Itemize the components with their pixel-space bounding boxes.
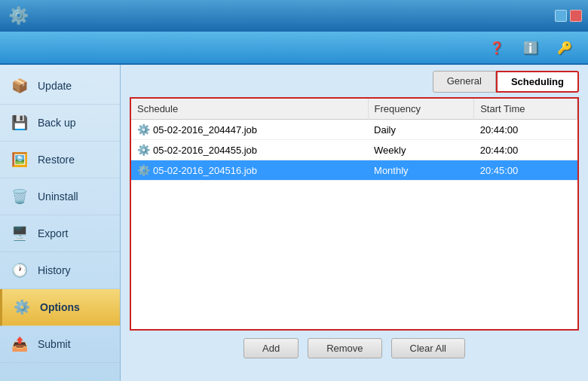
sidebar-label-export: Export — [38, 227, 68, 239]
submit-icon: 📤 — [9, 334, 30, 355]
clear-all-button[interactable]: Clear All — [391, 338, 465, 358]
sidebar-item-history[interactable]: 🕐 History — [0, 252, 120, 289]
options-icon: ⚙️ — [11, 297, 32, 318]
schedule-table-container: ScheduleFrequencyStart Time ⚙️05-02-2016… — [130, 97, 579, 331]
row-1-frequency: Weekly — [368, 140, 474, 160]
row-0-starttime: 20:44:00 — [474, 120, 577, 140]
export-icon: 🖥️ — [9, 223, 30, 244]
update-icon: 📦 — [9, 75, 30, 96]
row-2-schedule: ⚙️05-02-2016_204516.job — [131, 160, 368, 181]
sidebar-label-uninstall: Uninstall — [38, 190, 78, 203]
backup-icon: 💾 — [9, 112, 30, 133]
register-nav-item[interactable]: 🔑 — [557, 40, 576, 55]
top-nav: ❓ ℹ️ 🔑 — [0, 32, 588, 65]
sidebar-item-restore[interactable]: 🖼️ Restore — [0, 142, 120, 178]
main-layout: 📦 Update 💾 Back up 🖼️ Restore 🗑️ Uninsta… — [0, 65, 588, 381]
title-left: ⚙️ — [6, 4, 38, 28]
tab-bar: GeneralScheduling — [130, 71, 579, 93]
sidebar-item-export[interactable]: 🖥️ Export — [0, 215, 120, 252]
row-0-schedule: ⚙️05-02-2016_204447.job — [131, 120, 368, 140]
table-body: ⚙️05-02-2016_204447.jobDaily20:44:00⚙️05… — [131, 120, 577, 181]
minimize-button[interactable] — [555, 10, 567, 22]
close-button[interactable] — [570, 10, 582, 22]
col-header-schedule: Schedule — [131, 99, 368, 120]
row-1-starttime: 20:44:00 — [474, 140, 577, 160]
sidebar-label-history: History — [38, 264, 71, 276]
content-area: GeneralScheduling ScheduleFrequencyStart… — [121, 65, 588, 381]
register-icon: 🔑 — [557, 40, 572, 55]
app-icon: ⚙️ — [6, 4, 30, 28]
remove-button[interactable]: Remove — [308, 338, 381, 358]
schedule-table: ScheduleFrequencyStart Time ⚙️05-02-2016… — [131, 99, 577, 181]
col-header-startTime: Start Time — [474, 99, 577, 120]
add-button[interactable]: Add — [243, 338, 299, 358]
table-header: ScheduleFrequencyStart Time — [131, 99, 577, 120]
sidebar-item-update[interactable]: 📦 Update — [0, 68, 120, 105]
tab-scheduling[interactable]: Scheduling — [496, 71, 579, 93]
sidebar-label-restore: Restore — [38, 154, 75, 166]
help-nav-item[interactable]: ❓ — [489, 40, 508, 55]
table-row[interactable]: ⚙️05-02-2016_204447.jobDaily20:44:00 — [131, 120, 577, 140]
col-header-frequency: Frequency — [368, 99, 474, 120]
history-icon: 🕐 — [9, 260, 30, 281]
tab-general[interactable]: General — [433, 71, 496, 93]
title-bar: ⚙️ — [0, 0, 588, 32]
row-2-frequency: Monthly — [368, 160, 474, 181]
table-row[interactable]: ⚙️05-02-2016_204455.jobWeekly20:44:00 — [131, 140, 577, 160]
table-row[interactable]: ⚙️05-02-2016_204516.jobMonthly20:45:00 — [131, 160, 577, 181]
row-2-starttime: 20:45:00 — [474, 160, 577, 181]
sidebar-label-options: Options — [40, 301, 80, 313]
sidebar-item-uninstall[interactable]: 🗑️ Uninstall — [0, 178, 120, 215]
uninstall-icon: 🗑️ — [9, 186, 30, 207]
help-icon: ❓ — [489, 40, 504, 55]
bottom-buttons: Add Remove Clear All — [130, 338, 579, 358]
sidebar-item-submit[interactable]: 📤 Submit — [0, 326, 120, 363]
window-controls — [555, 10, 582, 22]
sidebar-item-options[interactable]: ⚙️ Options — [0, 289, 120, 326]
sidebar-label-update: Update — [38, 80, 72, 92]
restore-icon: 🖼️ — [9, 149, 30, 170]
sidebar-label-backup: Back up — [38, 117, 76, 129]
sidebar: 📦 Update 💾 Back up 🖼️ Restore 🗑️ Uninsta… — [0, 65, 121, 381]
sidebar-label-submit: Submit — [38, 338, 71, 350]
about-icon: ℹ️ — [523, 40, 538, 55]
about-nav-item[interactable]: ℹ️ — [523, 40, 542, 55]
row-0-frequency: Daily — [368, 120, 474, 140]
sidebar-item-backup[interactable]: 💾 Back up — [0, 105, 120, 142]
row-1-schedule: ⚙️05-02-2016_204455.job — [131, 140, 368, 160]
